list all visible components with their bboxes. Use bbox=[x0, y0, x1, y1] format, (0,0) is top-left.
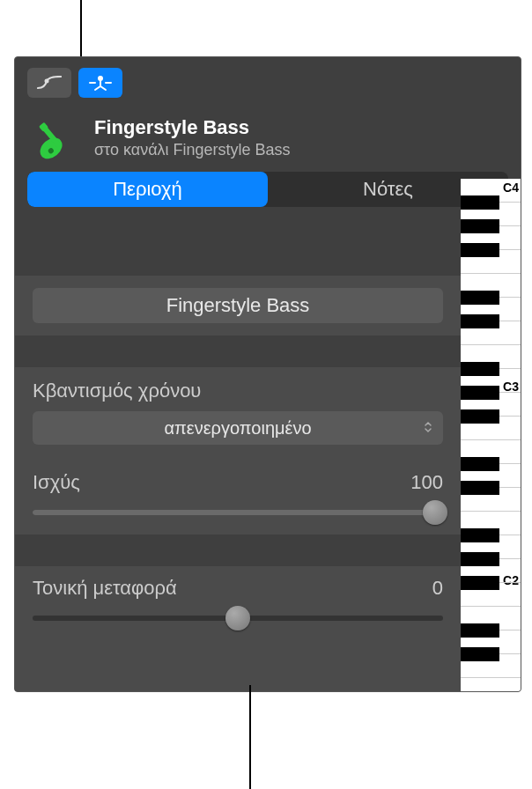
piano-black-key[interactable] bbox=[461, 576, 499, 590]
transpose-row: Τονική μεταφορά 0 bbox=[15, 566, 461, 640]
flex-tuning-icon bbox=[88, 74, 113, 92]
time-quantize-dropdown[interactable]: απενεργοποιημένο bbox=[33, 411, 443, 445]
piano-black-key[interactable] bbox=[461, 219, 499, 233]
section-divider bbox=[15, 336, 461, 367]
time-quantize-row: Κβαντισμός χρόνου απενεργοποιημένο bbox=[15, 367, 461, 461]
tabs-container: Περιοχή Νότες bbox=[15, 172, 521, 207]
strength-slider[interactable] bbox=[33, 510, 443, 515]
bass-guitar-icon bbox=[27, 115, 82, 159]
piano-black-key[interactable] bbox=[461, 528, 499, 542]
transpose-value: 0 bbox=[432, 577, 443, 600]
piano-black-key[interactable] bbox=[461, 481, 499, 495]
piano-black-key[interactable] bbox=[461, 457, 499, 471]
section-divider bbox=[15, 535, 461, 566]
track-header: Fingerstyle Bass στο κανάλι Fingerstyle … bbox=[15, 107, 521, 172]
region-notes-tabs: Περιοχή Νότες bbox=[27, 172, 508, 207]
piano-black-key[interactable] bbox=[461, 314, 499, 328]
toolbar bbox=[15, 57, 521, 107]
slider-fill bbox=[33, 510, 435, 515]
strength-row: Ισχύς 100 bbox=[15, 461, 461, 535]
slider-thumb[interactable] bbox=[225, 606, 250, 630]
piano-ruler[interactable]: C4 C3 C2 bbox=[461, 179, 521, 691]
section-divider bbox=[15, 244, 461, 276]
piano-black-key[interactable] bbox=[461, 386, 499, 400]
track-subtitle: στο κανάλι Fingerstyle Bass bbox=[94, 141, 291, 159]
transpose-label: Τονική μεταφορά bbox=[33, 577, 177, 600]
piano-black-key[interactable] bbox=[461, 195, 499, 210]
track-titles: Fingerstyle Bass στο κανάλι Fingerstyle … bbox=[94, 116, 291, 159]
editor-panel: Fingerstyle Bass στο κανάλι Fingerstyle … bbox=[14, 56, 521, 692]
strength-label: Ισχύς bbox=[33, 471, 80, 494]
region-panel: Fingerstyle Bass Κβαντισμός χρόνου απενε… bbox=[15, 244, 461, 691]
svg-point-0 bbox=[45, 79, 49, 84]
piano-black-key[interactable] bbox=[461, 291, 499, 305]
time-quantize-value: απενεργοποιημένο bbox=[164, 418, 311, 439]
piano-black-key[interactable] bbox=[461, 552, 499, 566]
piano-black-key[interactable] bbox=[461, 623, 499, 638]
strength-value: 100 bbox=[410, 471, 443, 494]
region-name-row: Fingerstyle Bass bbox=[15, 276, 461, 336]
automation-button[interactable] bbox=[27, 68, 71, 98]
slider-thumb[interactable] bbox=[423, 500, 447, 525]
piano-black-key[interactable] bbox=[461, 647, 499, 661]
piano-black-key[interactable] bbox=[461, 243, 499, 257]
piano-black-key[interactable] bbox=[461, 409, 499, 424]
piano-black-key[interactable] bbox=[461, 362, 499, 376]
callout-line-bottom bbox=[249, 685, 251, 789]
chevron-updown-icon bbox=[424, 420, 432, 436]
region-name-field[interactable]: Fingerstyle Bass bbox=[33, 288, 443, 323]
transpose-slider[interactable] bbox=[33, 616, 443, 621]
flex-button[interactable] bbox=[78, 68, 122, 98]
tab-region[interactable]: Περιοχή bbox=[27, 172, 268, 207]
automation-curve-icon bbox=[37, 76, 62, 90]
track-title: Fingerstyle Bass bbox=[94, 116, 291, 139]
time-quantize-label: Κβαντισμός χρόνου bbox=[33, 380, 443, 402]
